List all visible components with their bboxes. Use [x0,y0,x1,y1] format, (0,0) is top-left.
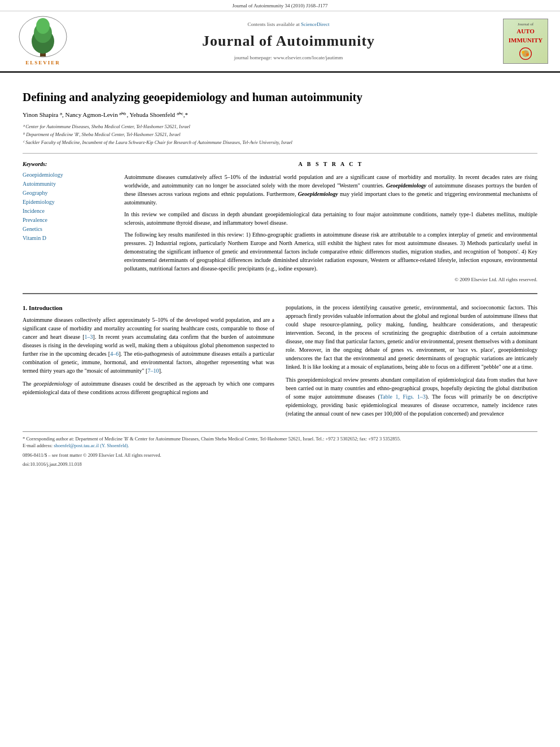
body-right-para-1: populations, in the process identifying … [286,303,537,371]
svg-point-3 [36,18,50,34]
section-1-title: 1. Introduction [23,303,274,313]
divider-1 [23,153,537,154]
badge-circle-icon [517,46,534,61]
journal-citation: Journal of Autoimmunity 34 (2010) J168–J… [232,3,327,8]
abstract-header: A B S T R A C T [124,160,537,169]
footnote-email: E-mail address: shoenfel@post.tau.ac.il … [23,442,537,449]
badge-auto: AUTO [517,27,535,36]
abstract-text: Autoimmune diseases cumulatively affect … [124,173,537,284]
journal-title: Journal of Autoimmunity [82,30,495,52]
keywords-column: Keywords: Geoepidemiology Autoimmunity G… [23,160,113,284]
abstract-column: A B S T R A C T Autoimmune diseases cumu… [124,160,537,284]
article-title: Defining and analyzing geoepidemiology a… [23,90,537,105]
body-right-para-2: This geoepidemiological review presents … [286,375,537,418]
affiliation-c: ᶜ Sackler Faculty of Medicine, Incumbent… [23,139,537,146]
abstract-para-2: In this review we compiled and discuss i… [124,210,537,227]
doi-line: doi:10.1016/j.jaut.2009.11.018 [23,461,537,468]
footer-section: * Corresponding author at: Department of… [23,431,537,468]
elsevier-label: ELSEVIER [25,59,60,67]
svg-point-8 [526,53,529,56]
elsevier-logo: ELSEVIER [9,16,77,67]
journal-info-bar: Journal of Autoimmunity 34 (2010) J168–J… [0,0,560,11]
keyword-5: Incidence [23,207,113,216]
badge-journal-of: Journal of [518,21,533,27]
authors: Yinon Shapira ᵃ, Nancy Agmon-Levin ᵃʰᵇ, … [23,111,537,120]
issn-line: 0896-8411/$ – see front matter © 2009 El… [23,452,537,458]
body-columns: 1. Introduction Autoimmune diseases coll… [23,303,537,422]
body-right-col: populations, in the process identifying … [286,303,537,422]
keyword-1: Geoepidemiology [23,171,113,180]
keywords-list: Geoepidemiology Autoimmunity Geography E… [23,171,113,243]
keyword-6: Prevalence [23,216,113,225]
footnote-corresponding: * Corresponding author at: Department of… [23,435,537,443]
keyword-8: Vitamin D [23,234,113,243]
science-direct-link[interactable]: ScienceDirect [301,21,329,27]
affiliation-a: ᵃ Center for Autoimmune Diseases, Sheba … [23,123,537,130]
journal-header: ELSEVIER Contents lists available at Sci… [0,11,560,73]
main-content: Defining and analyzing geoepidemiology a… [0,73,560,479]
abstract-para-3: The following key results manifested in … [124,230,537,273]
keyword-4: Epidemiology [23,198,113,207]
body-left-para-1: Autoimmune diseases collectively affect … [23,316,274,375]
badge-immunity: IMMUNITY [509,36,543,45]
divider-2 [23,293,537,294]
affiliation-b: ᵇ Department of Medicine 'B', Sheba Medi… [23,131,537,138]
keywords-title: Keywords: [23,160,113,169]
journal-badge: Journal of AUTO IMMUNITY [500,19,551,64]
autoimmunity-badge: Journal of AUTO IMMUNITY [503,19,548,64]
svg-point-7 [522,51,524,54]
keyword-2: Autoimmunity [23,180,113,189]
affiliations: ᵃ Center for Autoimmune Diseases, Sheba … [23,123,537,146]
contents-available: Contents lists available at ScienceDirec… [82,21,495,28]
body-left-col: 1. Introduction Autoimmune diseases coll… [23,303,274,422]
copyright: © 2009 Elsevier Ltd. All rights reserved… [124,276,537,284]
keyword-7: Genetics [23,225,113,234]
abstract-para-1: Autoimmune diseases cumulatively affect … [124,173,537,207]
email-address: shoenfel@post.tau.ac.il (Y. Shoenfeld). [54,443,129,448]
keyword-3: Geography [23,189,113,198]
elsevier-tree-icon [18,16,68,58]
body-left-para-2: The geoepidemiology of autoimmune diseas… [23,379,274,396]
header-center: Contents lists available at ScienceDirec… [77,21,500,62]
journal-homepage: journal homepage: www.elsevier.com/locat… [82,54,495,62]
abstract-section: Keywords: Geoepidemiology Autoimmunity G… [23,160,537,284]
